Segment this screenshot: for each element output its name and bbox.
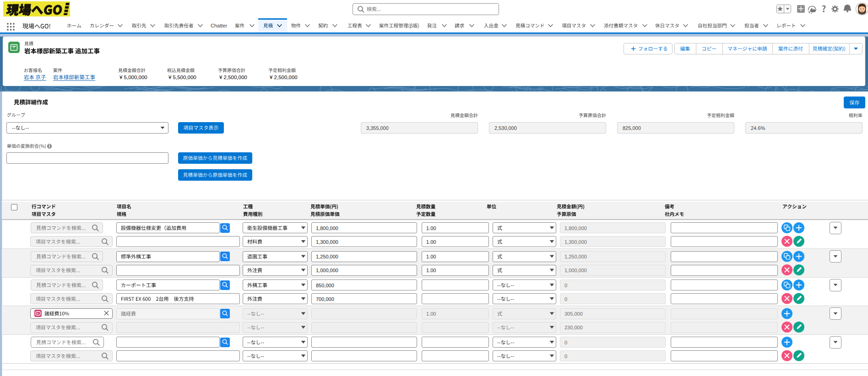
- svg-text:230,000: 230,000: [564, 325, 583, 330]
- svg-text:2,530,000: 2,530,000: [494, 125, 517, 131]
- svg-text:1,300,000: 1,300,000: [564, 239, 587, 245]
- svg-text:1.00: 1.00: [426, 311, 436, 317]
- svg-text:0: 0: [564, 354, 567, 359]
- svg-text:24.6%: 24.6%: [751, 125, 765, 131]
- svg-text:1,800,000: 1,800,000: [316, 226, 338, 231]
- svg-text:0: 0: [564, 340, 567, 345]
- svg-text:1.00: 1.00: [426, 254, 436, 259]
- svg-text:1,250,000: 1,250,000: [316, 254, 338, 259]
- svg-text:1,000,000: 1,000,000: [564, 268, 587, 273]
- svg-text:305,000: 305,000: [564, 311, 583, 317]
- svg-text:1,250,000: 1,250,000: [564, 254, 587, 259]
- svg-text:1.00: 1.00: [426, 226, 436, 231]
- svg-text:1,800,000: 1,800,000: [564, 226, 587, 231]
- svg-text:1.00: 1.00: [426, 239, 436, 245]
- svg-text:0: 0: [564, 283, 567, 288]
- svg-text:¥ 5,000,000: ¥ 5,000,000: [119, 75, 147, 80]
- svg-text:Chatter: Chatter: [211, 23, 227, 28]
- svg-text:1,000,000: 1,000,000: [316, 268, 338, 273]
- svg-text:1,300,000: 1,300,000: [316, 239, 338, 245]
- svg-text:700,000: 700,000: [316, 296, 334, 302]
- svg-text:3,355,000: 3,355,000: [366, 125, 389, 131]
- svg-text:0: 0: [564, 296, 567, 302]
- svg-text:1.00: 1.00: [426, 268, 436, 273]
- svg-text:850,000: 850,000: [316, 283, 334, 288]
- svg-text:¥ 2,500,000: ¥ 2,500,000: [269, 75, 298, 80]
- svg-text:¥ 5,500,000: ¥ 5,500,000: [168, 75, 196, 80]
- svg-text:825,000: 825,000: [623, 125, 641, 131]
- svg-text:¥ 2,500,000: ¥ 2,500,000: [219, 75, 247, 80]
